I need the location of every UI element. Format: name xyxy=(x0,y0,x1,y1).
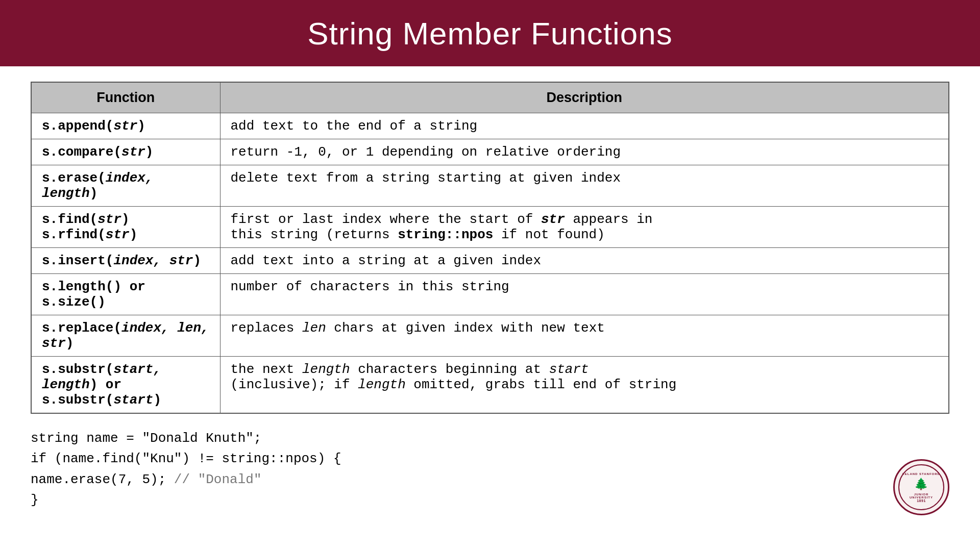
table-row: s.append(str)add text to the end of a st… xyxy=(31,113,949,139)
description-cell: return -1, 0, or 1 depending on relative… xyxy=(220,139,949,165)
seal-circle: LELAND STANFORD 🌲 JUNIOR UNIVERSITY 1891 xyxy=(893,459,949,515)
seal-text-bottom: JUNIOR UNIVERSITY xyxy=(902,493,941,499)
col-header-description: Description xyxy=(220,82,949,113)
table-row: s.replace(index, len, str)replaces len c… xyxy=(31,315,949,357)
function-cell: s.erase(index, length) xyxy=(31,165,220,207)
seal-year: 1891 xyxy=(917,499,926,503)
code-line-3: name.erase(7, 5); // "Donald" xyxy=(31,469,949,490)
main-content: Function Description s.append(str)add te… xyxy=(0,66,980,520)
functions-table: Function Description s.append(str)add te… xyxy=(31,82,949,414)
description-cell: first or last index where the start of s… xyxy=(220,207,949,248)
table-row: s.compare(str)return -1, 0, or 1 dependi… xyxy=(31,139,949,165)
table-row: s.find(str) s.rfind(str)first or last in… xyxy=(31,207,949,248)
page-title: String Member Functions xyxy=(307,15,673,52)
function-cell: s.compare(str) xyxy=(31,139,220,165)
code-example: string name = "Donald Knuth"; if (name.f… xyxy=(31,428,949,510)
description-cell: add text to the end of a string xyxy=(220,113,949,139)
function-cell: s.append(str) xyxy=(31,113,220,139)
function-cell: s.insert(index, str) xyxy=(31,248,220,274)
seal-inner: LELAND STANFORD 🌲 JUNIOR UNIVERSITY 1891 xyxy=(898,464,944,510)
description-cell: replaces len chars at given index with n… xyxy=(220,315,949,357)
description-cell: add text into a string at a given index xyxy=(220,248,949,274)
stanford-seal: LELAND STANFORD 🌲 JUNIOR UNIVERSITY 1891 xyxy=(893,459,949,515)
function-cell: s.substr(start, length) or s.substr(star… xyxy=(31,357,220,414)
function-cell: s.find(str) s.rfind(str) xyxy=(31,207,220,248)
seal-text-top: LELAND STANFORD xyxy=(902,472,940,475)
description-cell: the next length characters beginning at … xyxy=(220,357,949,414)
code-line-1: string name = "Donald Knuth"; xyxy=(31,428,949,448)
table-row: s.erase(index, length)delete text from a… xyxy=(31,165,949,207)
description-cell: number of characters in this string xyxy=(220,274,949,315)
description-cell: delete text from a string starting at gi… xyxy=(220,165,949,207)
header: String Member Functions xyxy=(0,0,980,66)
seal-tree-icon: 🌲 xyxy=(914,478,928,491)
function-cell: s.replace(index, len, str) xyxy=(31,315,220,357)
table-row: s.insert(index, str)add text into a stri… xyxy=(31,248,949,274)
col-header-function: Function xyxy=(31,82,220,113)
function-cell: s.length() or s.size() xyxy=(31,274,220,315)
table-row: s.length() or s.size()number of characte… xyxy=(31,274,949,315)
code-line-2: if (name.find("Knu") != string::npos) { xyxy=(31,448,949,469)
table-row: s.substr(start, length) or s.substr(star… xyxy=(31,357,949,414)
code-line-4: } xyxy=(31,490,949,510)
